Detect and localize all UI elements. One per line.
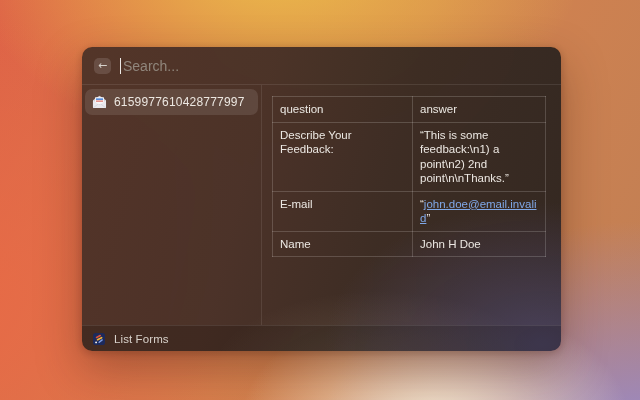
table-row-feedback: Describe Your Feedback: “This is some fe… (273, 122, 546, 191)
cell-answer-email: “john.doe@email.invalid” (413, 191, 546, 231)
back-arrow-icon: ← (98, 60, 107, 71)
cell-answer-name: John H Doe (413, 231, 546, 257)
table-row-email: E-mail “john.doe@email.invalid” (273, 191, 546, 231)
response-table: question answer Describe Your Feedback: … (272, 96, 546, 257)
forms-app-icon (93, 333, 105, 345)
quote-close: ” (426, 212, 430, 224)
search-bar: ← (82, 47, 561, 85)
list-item-label: 6159977610428777997 (114, 95, 245, 109)
detail-pane: question answer Describe Your Feedback: … (262, 85, 561, 325)
status-bar: List Forms (82, 325, 561, 351)
table-row-name: Name John H Doe (273, 231, 546, 257)
column-header-question: question (273, 97, 413, 123)
email-link[interactable]: john.doe@email.invalid (420, 198, 537, 225)
search-input-wrap (120, 58, 549, 74)
app-window: ← 6159977610428777997 (82, 47, 561, 351)
column-header-answer: answer (413, 97, 546, 123)
envelope-icon (92, 95, 107, 109)
command-title: List Forms (114, 333, 169, 345)
cell-question-email: E-mail (273, 191, 413, 231)
cell-question-name: Name (273, 231, 413, 257)
table-header-row: question answer (273, 97, 546, 123)
back-button[interactable]: ← (94, 58, 111, 74)
list-item-form-response[interactable]: 6159977610428777997 (85, 89, 258, 115)
cell-answer-feedback: “This is some feedback:\n1) a point\n2) … (413, 122, 546, 191)
content-area: 6159977610428777997 question answer Desc… (82, 85, 561, 325)
results-sidebar: 6159977610428777997 (82, 85, 262, 325)
text-caret (120, 58, 121, 74)
search-input[interactable] (123, 58, 549, 74)
cell-question-feedback: Describe Your Feedback: (273, 122, 413, 191)
